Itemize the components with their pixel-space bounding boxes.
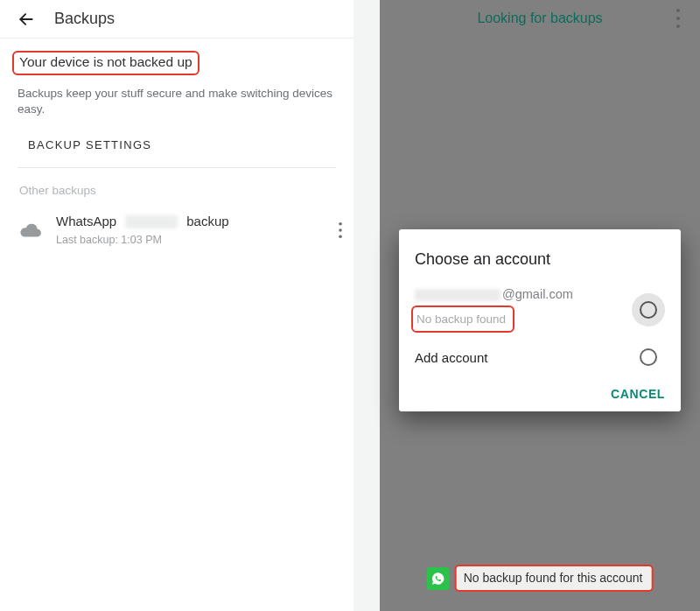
header-overflow-menu-icon[interactable] <box>676 7 691 30</box>
dialog-title: Choose an account <box>415 250 665 269</box>
google-drive-backups-screen: Backups Your device is not backed up Bac… <box>0 0 354 611</box>
no-backup-found-highlight: No backup found <box>411 306 514 334</box>
status-description: Backups keep your stuff secure and make … <box>18 86 336 117</box>
add-account-radio[interactable] <box>640 348 657 366</box>
no-backup-toast: No backup found for this account <box>427 565 654 592</box>
whatsapp-restore-screen: Looking for backups Choose an account @g… <box>380 0 700 611</box>
account-email: @gmail.com <box>415 286 632 304</box>
whatsapp-icon <box>427 567 450 590</box>
dialog-actions: CANCEL <box>415 375 665 401</box>
status-title: Your device is not backed up <box>19 54 192 69</box>
backup-name-prefix: WhatsApp <box>56 213 116 230</box>
item-overflow-menu-icon[interactable] <box>327 221 348 239</box>
redacted-email <box>415 289 500 301</box>
right-header-title: Looking for backups <box>477 11 602 26</box>
svg-point-1 <box>339 222 342 226</box>
svg-point-2 <box>339 228 342 232</box>
svg-point-4 <box>676 9 680 12</box>
backup-status-card: Your device is not backed up Backups kee… <box>0 39 354 123</box>
svg-point-6 <box>676 25 680 28</box>
choose-account-dialog: Choose an account @gmail.com No backup f… <box>399 229 681 411</box>
other-backups-label: Other backups <box>0 168 354 200</box>
svg-point-3 <box>339 235 342 238</box>
back-arrow-icon[interactable] <box>18 11 35 28</box>
backup-last-time: Last backup: 1:03 PM <box>56 233 313 248</box>
backup-list-item[interactable]: WhatsApp backup Last backup: 1:03 PM <box>0 200 354 257</box>
left-header: Backups <box>0 0 354 39</box>
svg-point-5 <box>676 17 680 20</box>
backup-item-text: WhatsApp backup Last backup: 1:03 PM <box>56 213 313 247</box>
backup-settings-button[interactable]: BACKUP SETTINGS <box>0 123 354 167</box>
no-backup-found-label: No backup found <box>416 313 506 326</box>
cancel-button[interactable]: CANCEL <box>611 387 665 401</box>
status-title-highlight: Your device is not backed up <box>12 51 200 75</box>
page-title: Backups <box>54 10 115 28</box>
account-radio-selected[interactable] <box>632 293 665 327</box>
backup-name-suffix: backup <box>186 213 228 230</box>
account-option-row[interactable]: @gmail.com No backup found <box>415 283 665 341</box>
toast-highlight: No backup found for this account <box>455 565 654 592</box>
redacted-text <box>125 215 178 228</box>
panel-gap <box>354 0 380 611</box>
add-account-row[interactable]: Add account <box>415 341 665 375</box>
cloud-icon <box>19 222 42 238</box>
add-account-label: Add account <box>415 350 487 365</box>
right-header: Looking for backups <box>380 0 700 37</box>
toast-text: No backup found for this account <box>464 571 643 585</box>
